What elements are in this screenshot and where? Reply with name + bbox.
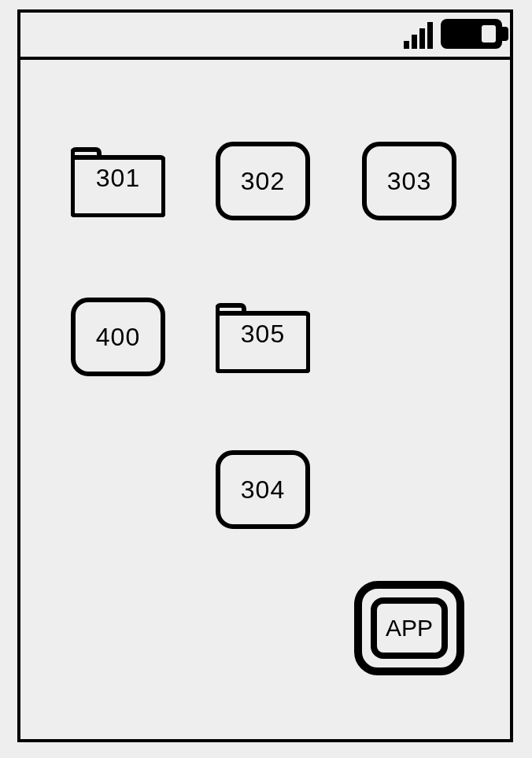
home-screen[interactable]: 301 302 303 400 305 [20,60,510,739]
folder-label: 301 [71,164,165,193]
app-302[interactable]: 302 [216,142,310,220]
app-304[interactable]: 304 [216,450,310,529]
floating-app-button-label: APP [386,615,433,642]
app-label: 400 [71,323,165,352]
app-303[interactable]: 303 [362,142,456,220]
status-bar [20,13,510,60]
folder-301[interactable]: 301 [71,139,165,217]
folder-label: 305 [216,320,310,349]
floating-app-button[interactable]: APP [354,581,464,675]
status-right-cluster [404,13,502,57]
app-label: 302 [216,167,310,196]
folder-305[interactable]: 305 [216,294,310,373]
signal-icon [404,22,433,49]
app-label: 304 [216,475,310,505]
app-label: 303 [362,167,456,196]
floating-app-button-inner: APP [371,597,448,659]
app-400[interactable]: 400 [71,298,165,376]
battery-icon [441,19,502,49]
device-frame: 301 302 303 400 305 [17,9,513,742]
